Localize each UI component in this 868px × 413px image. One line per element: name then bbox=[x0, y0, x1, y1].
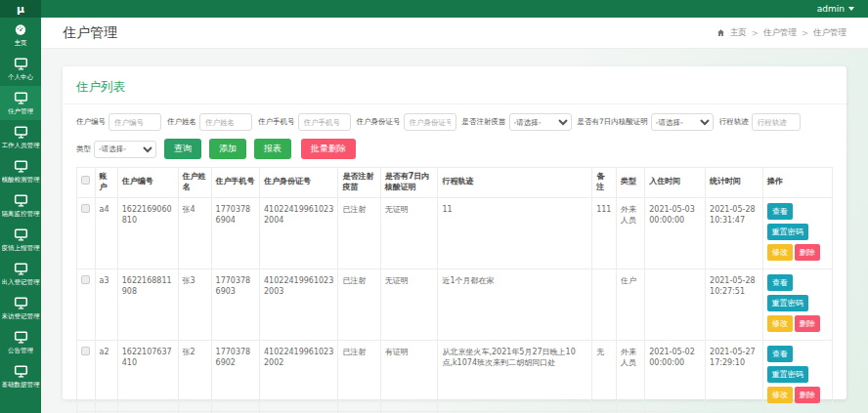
cell-phone: 17703786903 bbox=[211, 268, 259, 340]
dashboard-icon bbox=[14, 23, 27, 36]
sidebar-item[interactable]: 核酸检测管理 bbox=[0, 154, 41, 188]
search-button[interactable]: 查询 bbox=[164, 139, 201, 159]
monitor-icon bbox=[14, 126, 28, 139]
reset-password-button[interactable]: 重置密码 bbox=[767, 224, 808, 240]
panel-header: 住户列表 bbox=[63, 66, 846, 104]
cell-idcard: 410224199610232002 bbox=[260, 340, 338, 411]
row-checkbox[interactable] bbox=[81, 347, 90, 355]
reset-password-button[interactable]: 重置密码 bbox=[767, 366, 808, 383]
filter-resident-name: 住户姓名 bbox=[167, 113, 252, 131]
home-icon bbox=[716, 28, 725, 37]
edit-button[interactable]: 修改 bbox=[767, 387, 793, 403]
cell-name: 张2 bbox=[178, 340, 211, 411]
nat-cert-select[interactable]: -请选择- bbox=[651, 113, 714, 131]
cell-remark: 无 bbox=[592, 340, 617, 411]
trajectory-input[interactable] bbox=[752, 113, 801, 131]
monitor-icon bbox=[14, 58, 28, 70]
cell-nat-cert: 无证明 bbox=[380, 268, 438, 340]
filter-label: 是否有7日内核酸证明 bbox=[578, 117, 648, 127]
monitor-icon bbox=[14, 228, 28, 241]
sidebar-item-label: 工作人员管理 bbox=[2, 142, 40, 150]
row-checkbox[interactable] bbox=[81, 204, 90, 213]
cell-type: 住户 bbox=[616, 268, 644, 340]
view-button[interactable]: 查看 bbox=[767, 274, 793, 291]
resident-list-panel: 住户列表 住户编号 住户姓名 住户手机号 bbox=[63, 66, 846, 399]
monitor-icon bbox=[14, 365, 28, 378]
resident-phone-input[interactable] bbox=[298, 113, 351, 131]
breadcrumb-level2: 住户管理 bbox=[813, 27, 846, 39]
sidebar-item[interactable]: 住户管理 bbox=[0, 86, 41, 120]
header-checkin-time: 入住时间 bbox=[645, 168, 706, 198]
sidebar-item[interactable]: 出入登记管理 bbox=[0, 257, 41, 291]
header-account: 账户 bbox=[95, 168, 117, 198]
resident-table: 账户 住户编号 住户姓名 住户手机号 住户身份证号 是否注射疫苗 是否有7日内核… bbox=[76, 167, 833, 413]
sidebar-item[interactable]: 公告管理 bbox=[0, 325, 41, 359]
cell-code: 1622107637410 bbox=[117, 340, 178, 411]
resident-idcard-input[interactable] bbox=[404, 113, 456, 131]
monitor-icon bbox=[14, 331, 28, 344]
sidebar-item-label: 核酸检测管理 bbox=[2, 176, 40, 185]
sidebar-item[interactable]: 主页 bbox=[0, 18, 41, 52]
page-title: 住户管理 bbox=[63, 24, 117, 42]
monitor-icon bbox=[14, 297, 28, 310]
breadcrumb-level1[interactable]: 住户管理 bbox=[763, 27, 797, 39]
select-all-checkbox[interactable] bbox=[81, 176, 90, 185]
cell-stat-time: 2021-05-28 10:27:51 bbox=[706, 268, 763, 340]
view-button[interactable]: 查看 bbox=[767, 346, 793, 362]
sidebar-item[interactable]: 工作人员管理 bbox=[0, 120, 41, 154]
sidebar-item-label: 隔离监控管理 bbox=[2, 210, 40, 219]
header-stat-time: 统计时间 bbox=[706, 168, 763, 198]
cell-code: 1622169060810 bbox=[117, 197, 178, 268]
cell-account: a2 bbox=[95, 340, 117, 411]
filter-vaccinated: 是否注射疫苗 -请选择- bbox=[462, 113, 572, 131]
vaccinated-select[interactable]: -请选择- bbox=[509, 113, 572, 131]
user-menu[interactable]: admin bbox=[817, 4, 845, 14]
sidebar-item-label: 出入登记管理 bbox=[2, 278, 40, 287]
cell-trajectory: 11 bbox=[438, 197, 592, 268]
breadcrumb-separator: > bbox=[802, 28, 808, 38]
cell-stat-time: 2021-05-28 10:31:47 bbox=[706, 197, 763, 268]
edit-button[interactable]: 修改 bbox=[767, 244, 793, 261]
breadcrumb-separator: > bbox=[752, 28, 759, 38]
cell-nat-cert: 有证明 bbox=[380, 340, 438, 411]
sidebar-item[interactable]: 个人中心 bbox=[0, 52, 41, 86]
resident-code-input[interactable] bbox=[108, 113, 161, 131]
table-row: a4 1622169060810 张4 17703786904 41022419… bbox=[77, 197, 833, 268]
sidebar-item[interactable]: 疫情上报管理 bbox=[0, 223, 41, 257]
sidebar-item[interactable]: 隔离监控管理 bbox=[0, 188, 41, 223]
sidebar-item-label: 个人中心 bbox=[8, 73, 33, 82]
content-area: 住户列表 住户编号 住户姓名 住户手机号 bbox=[41, 49, 868, 413]
caret-down-icon[interactable] bbox=[848, 7, 854, 11]
edit-button[interactable]: 修改 bbox=[767, 315, 793, 332]
report-button[interactable]: 报表 bbox=[254, 139, 291, 159]
main-area: admin 住户管理 主页 > 住户管理 > 住户管理 住户列表 bbox=[41, 0, 868, 413]
monitor-icon bbox=[14, 263, 28, 275]
cell-name: 张4 bbox=[178, 197, 211, 268]
delete-button[interactable]: 删除 bbox=[795, 244, 820, 261]
app-logo[interactable]: μ bbox=[0, 0, 41, 18]
view-button[interactable]: 查看 bbox=[767, 203, 793, 220]
delete-button[interactable]: 删除 bbox=[795, 315, 820, 332]
cell-actions: 查看重置密码 修改删除 bbox=[762, 197, 832, 268]
resident-table-wrap: 账户 住户编号 住户姓名 住户手机号 住户身份证号 是否注射疫苗 是否有7日内核… bbox=[63, 167, 846, 413]
filter-label: 住户姓名 bbox=[167, 117, 196, 127]
cell-vaccinated: 已注射 bbox=[338, 340, 380, 411]
topbar: admin bbox=[41, 0, 868, 18]
filter-label: 住户身份证号 bbox=[357, 117, 401, 127]
cell-remark bbox=[592, 268, 617, 340]
header-nat-cert: 是否有7日内核酸证明 bbox=[380, 168, 438, 198]
header-remark: 备注 bbox=[592, 168, 617, 198]
cell-trajectory: 近1个月都在家 bbox=[438, 268, 592, 340]
breadcrumb-home[interactable]: 主页 bbox=[730, 27, 747, 39]
reset-password-button[interactable]: 重置密码 bbox=[767, 295, 808, 311]
filter-resident-code: 住户编号 bbox=[76, 113, 161, 131]
add-button[interactable]: 添加 bbox=[209, 139, 246, 159]
delete-button[interactable]: 删除 bbox=[795, 387, 820, 403]
resident-name-input[interactable] bbox=[199, 113, 252, 131]
row-checkbox[interactable] bbox=[81, 275, 90, 284]
sidebar-item[interactable]: 基础数据管理 bbox=[0, 359, 41, 393]
title-bar: 住户管理 主页 > 住户管理 > 住户管理 bbox=[41, 18, 868, 49]
batch-delete-button[interactable]: 批量删除 bbox=[301, 139, 356, 159]
type-select[interactable]: -请选择- bbox=[94, 141, 156, 158]
sidebar-item[interactable]: 来访登记管理 bbox=[0, 291, 41, 325]
